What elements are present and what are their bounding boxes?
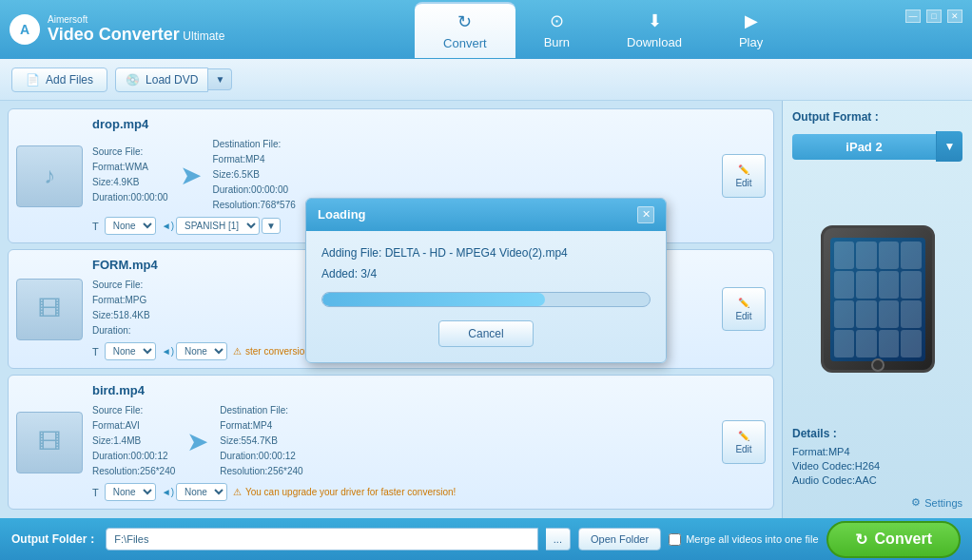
- dialog-footer: Cancel: [321, 320, 651, 347]
- dialog-message2: Added: 3/4: [321, 267, 651, 280]
- dialog-message1: Adding File: DELTA - HD - MPEG4 Video(2)…: [321, 246, 651, 260]
- dialog-title-bar: Loading ✕: [306, 199, 666, 231]
- dialog-title: Loading: [318, 207, 366, 222]
- dialog-close-button[interactable]: ✕: [637, 206, 654, 223]
- loading-dialog: Loading ✕ Adding File: DELTA - HD - MPEG…: [305, 198, 667, 363]
- progress-bar-fill: [322, 293, 545, 306]
- cancel-button[interactable]: Cancel: [438, 320, 533, 347]
- progress-bar: [321, 292, 651, 307]
- dialog-body: Adding File: DELTA - HD - MPEG4 Video(2)…: [306, 231, 666, 362]
- dialog-overlay: Loading ✕ Adding File: DELTA - HD - MPEG…: [0, 0, 972, 560]
